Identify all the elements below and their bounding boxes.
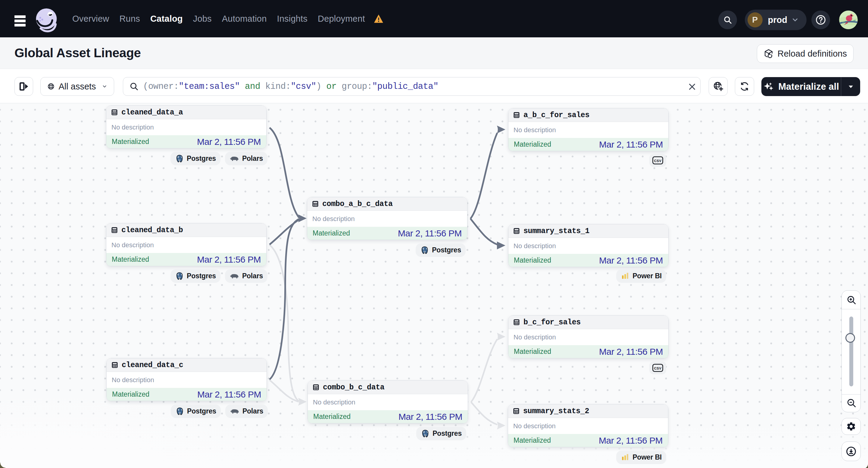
- svg-text:CSV: CSV: [654, 367, 662, 370]
- svg-text:CSV: CSV: [654, 159, 662, 163]
